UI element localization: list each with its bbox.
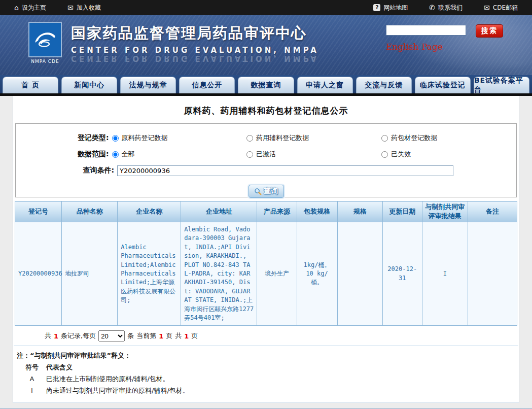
tab-regulations[interactable]: 法规与规章: [120, 77, 176, 93]
pager-pages-suffix: 页: [191, 331, 198, 340]
tab-feedback[interactable]: 交流与反馈: [356, 77, 412, 93]
query-condition-input[interactable]: [117, 165, 453, 176]
col-remarks: 备注: [468, 201, 517, 222]
excipient-radio-label: 药用辅料登记数据: [256, 133, 309, 143]
contact-link[interactable]: ✆ 联系我们: [429, 4, 463, 12]
cell-product-name: 地拉罗司: [62, 222, 118, 326]
tab-home[interactable]: 首 页: [3, 77, 58, 93]
notes-meaning-a: 已批准在上市制剂使用的原料/辅料/包材。: [46, 373, 169, 385]
cell-company-name: Alembic Pharmaceuticals Limited;Alembic …: [118, 222, 181, 326]
query-form: 登记类型: 原料药登记数据 药用辅料登记数据 药包材登记数据 数据范围: 全部: [15, 123, 517, 197]
set-homepage-label: 设为主页: [22, 4, 46, 12]
radio-option-raw-material: 原料药登记数据: [112, 133, 247, 143]
scope-expired-radio[interactable]: [381, 151, 388, 158]
table-header-row: 登记号 品种名称 企业名称 企业地址 产品来源 包装规格 规格 更新日期 与制剂…: [15, 201, 517, 222]
site-subtitle-reflection: CENTER FOR DRUG EVALUATION, NMPA: [71, 54, 319, 63]
pager-current-prefix: 当前第: [136, 331, 156, 340]
tab-data-query[interactable]: 数据查询: [238, 77, 294, 93]
main-nav: 首 页 新闻中心 法规与规章 信息公开 数据查询 申请人之窗 交流与反馈 临床试…: [0, 75, 532, 93]
pager-per-page-suffix: 条: [127, 331, 134, 340]
col-company-name: 企业名称: [118, 201, 181, 222]
pager-total-pages: 1: [184, 332, 189, 340]
site-header: NMPA CDE 国家药品监督管理局药品审评中心 CENTER FOR DRUG…: [0, 15, 532, 75]
col-company-address: 企业地址: [181, 201, 257, 222]
results-table: 登记号 品种名称 企业名称 企业地址 产品来源 包装规格 规格 更新日期 与制剂…: [15, 201, 517, 326]
add-favorite-link[interactable]: ✉ 加入收藏: [67, 4, 101, 12]
pager-total-prefix: 共: [45, 331, 51, 340]
logo-caption: NMPA CDE: [26, 59, 64, 64]
cell-joint-review-result: I: [422, 222, 468, 326]
notes-item-a: A 已批准在上市制剂使用的原料/辅料/包材。: [17, 373, 518, 385]
scope-activated-radio[interactable]: [246, 151, 253, 158]
pager-pages-prefix: 共: [175, 331, 182, 340]
home-icon: ⌂: [14, 4, 19, 11]
pager-current-page: 1: [159, 332, 163, 340]
radio-option-activated: 已激活: [246, 150, 381, 159]
packaging-radio-label: 药包材登记数据: [391, 133, 437, 143]
data-scope-label: 数据范围:: [16, 150, 112, 159]
nmpa-cde-logo[interactable]: NMPA CDE: [26, 22, 64, 64]
tab-info-disclosure[interactable]: 信息公开: [179, 77, 235, 93]
packaging-radio[interactable]: [381, 135, 388, 142]
pager-total-count: 1: [54, 332, 58, 340]
table-row: Y20200000936 地拉罗司 Alembic Pharmaceutical…: [15, 222, 517, 326]
notes-item-i: I 尚未通过与制剂共同审评审批的原料/辅料/包材。: [17, 385, 518, 396]
header-search-button[interactable]: 搜索: [476, 24, 503, 38]
col-spec: 规格: [337, 201, 382, 222]
scope-all-radio-label: 全部: [122, 150, 135, 159]
logo-swoosh-icon: [28, 22, 62, 57]
content-panel: 原料药、药用辅料和药包材登记信息公示 登记类型: 原料药登记数据 药用辅料登记数…: [13, 96, 519, 403]
notes-symbol-a: A: [24, 373, 40, 385]
notes-title: 注：“与制剂共同审评审批结果”释义：: [17, 350, 518, 361]
col-product-source: 产品来源: [257, 201, 297, 222]
query-submit-button[interactable]: 查询: [249, 185, 284, 198]
mail-icon: ✉: [484, 4, 490, 11]
question-icon: ?: [373, 4, 380, 11]
radio-option-expired: 已失效: [381, 150, 516, 159]
cde-mail-label: CDE邮箱: [493, 4, 518, 12]
notes-symbol-header: 符号: [24, 361, 40, 373]
notes-meaning-header: 代表含义: [46, 361, 73, 373]
contact-label: 联系我们: [438, 4, 463, 12]
header-search-input[interactable]: [386, 25, 466, 36]
pagination-bar: 共 1 条记录,每页 20 条 当前第 1 页 共 1 页: [13, 326, 519, 345]
col-package-spec: 包装规格: [297, 201, 337, 222]
english-page-link[interactable]: English Page: [386, 42, 443, 52]
tab-clinical-trial-registry[interactable]: 临床试验登记: [415, 77, 471, 93]
radio-option-excipient: 药用辅料登记数据: [246, 133, 381, 143]
tab-be-trial-platform[interactable]: BE试验备案平台: [474, 77, 529, 93]
magnifier-icon: [254, 188, 262, 195]
col-registration-no: 登记号: [15, 201, 62, 222]
pager-current-suffix: 页: [166, 331, 172, 340]
per-page-select[interactable]: 20: [98, 330, 125, 342]
sitemap-label: 网站地图: [383, 4, 408, 12]
envelope-icon: ✉: [67, 4, 74, 11]
add-favorite-label: 加入收藏: [77, 4, 101, 12]
set-homepage-link[interactable]: ⌂ 设为主页: [14, 4, 46, 12]
raw-material-radio[interactable]: [112, 135, 119, 142]
reg-type-label: 登记类型:: [16, 133, 112, 143]
radio-option-all: 全部: [112, 150, 247, 159]
sitemap-link[interactable]: ? 网站地图: [373, 4, 408, 12]
scope-all-radio[interactable]: [112, 151, 119, 158]
radio-option-packaging: 药包材登记数据: [381, 133, 516, 143]
footer-gap: [0, 403, 532, 408]
notes-meaning-i: 尚未通过与制剂共同审评审批的原料/辅料/包材。: [46, 385, 189, 396]
tab-applicant-window[interactable]: 申请人之窗: [297, 77, 353, 93]
tab-news[interactable]: 新闻中心: [61, 77, 117, 93]
col-joint-review-result: 与制剂共同审评审批结果: [422, 201, 468, 222]
page-title: 原料药、药用辅料和药包材登记信息公示: [13, 96, 519, 117]
excipient-radio[interactable]: [246, 135, 253, 142]
cell-registration-no: Y20200000936: [15, 222, 62, 326]
col-update-date: 更新日期: [382, 201, 422, 222]
col-product-name: 品种名称: [62, 201, 118, 222]
scope-activated-radio-label: 已激活: [256, 150, 276, 159]
legend-notes: 注：“与制剂共同审评审批结果”释义： 符号 代表含义 A 已批准在上市制剂使用的…: [14, 345, 518, 402]
cell-remarks: [468, 222, 517, 326]
scope-expired-radio-label: 已失效: [391, 150, 411, 159]
site-title: 国家药品监督管理局药品审评中心: [71, 23, 319, 44]
cde-mail-link[interactable]: ✉ CDE邮箱: [484, 4, 518, 12]
top-utility-bar: ⌂ 设为主页 ✉ 加入收藏 ? 网站地图 ✆ 联系我们 ✉ CDE邮箱: [0, 0, 532, 15]
cell-package-spec: 1kg/桶。10 kg/桶。: [297, 222, 337, 326]
cell-company-address: Alembic Road, Vadodara-390003 Gujarat, I…: [181, 222, 257, 326]
